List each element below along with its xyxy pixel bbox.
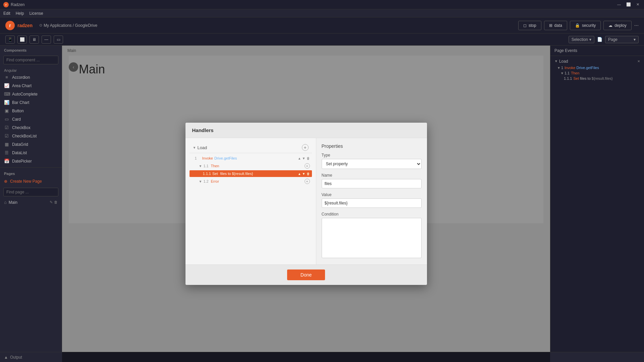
item1-1-arrow: ▼ [560, 71, 564, 75]
card-label: Card [12, 117, 21, 122]
security-icon: 🔒 [575, 23, 580, 28]
load-add-button[interactable]: + [302, 144, 309, 151]
window-controls[interactable]: — ⬜ ✕ [616, 2, 641, 7]
close-button[interactable]: ✕ [635, 2, 641, 7]
value-input[interactable] [322, 198, 422, 208]
row1-down-icon[interactable]: ▼ [302, 157, 306, 160]
component-card[interactable]: ▭ Card [0, 115, 62, 123]
row1-1-1-up-icon[interactable]: ▲ [298, 172, 301, 176]
security-button[interactable]: 🔒 security [570, 21, 601, 30]
autocomplete-icon: ⌨ [4, 92, 9, 97]
datagrid-icon: ▦ [4, 142, 9, 147]
handler-row-1-2[interactable]: ▼ 1.2 Error + [190, 177, 312, 185]
page-edit-icon[interactable]: ✎ [50, 200, 53, 204]
component-datalist[interactable]: ☰ DataList [0, 148, 62, 157]
datepicker-icon: 📅 [4, 159, 9, 164]
page-chevron-icon: ▾ [634, 37, 636, 42]
page-main-label: Main [9, 200, 17, 205]
component-button[interactable]: ▣ Button [0, 107, 62, 115]
horizontal-layout-button[interactable]: — [42, 36, 51, 44]
page-main-actions: ✎ 🗑 [50, 200, 58, 204]
brand-logo: r [5, 21, 15, 30]
component-accordion[interactable]: ≡ Accordion [0, 73, 62, 81]
component-datagrid[interactable]: ▦ DataGrid [0, 140, 62, 148]
component-checkbox[interactable]: ☑ CheckBox [0, 123, 62, 132]
data-icon: ⊞ [549, 23, 552, 28]
handler-row-1-1[interactable]: ▼ 1.1 Then + [190, 162, 312, 170]
maximize-button[interactable]: ⬜ [625, 2, 632, 7]
row1-1-1-delete-icon[interactable]: 🗑 [307, 172, 310, 176]
row1-1-1-keyword: Set [212, 172, 218, 176]
item1-1-1-num: 1.1.1 [564, 76, 572, 80]
component-bar-chart[interactable]: 📊 Bar Chart [0, 98, 62, 107]
data-button[interactable]: ⊞ data [544, 21, 567, 30]
load-section: ▼ Load × [550, 57, 644, 65]
right-panel: Page Events ▼ Load × ▼ 1 Invoke Drive.ge… [550, 46, 644, 362]
handler-row-1-1-1[interactable]: 1.1.1 Set files to ${result.files} ▲ ▼ 🗑 [190, 170, 312, 177]
type-select[interactable]: Set property Invoke Navigate If [322, 159, 422, 169]
stop-button[interactable]: ◻ stop [518, 21, 541, 30]
area-chart-label: Area Chart [12, 83, 32, 88]
page-item-main[interactable]: ⌂ Main ✎ 🗑 [0, 198, 62, 207]
titlebar: r Radzen — ⬜ ✕ [0, 0, 644, 9]
component-datepicker[interactable]: 📅 DatePicker [0, 157, 62, 165]
handlers-modal: Handlers ▼ Load + [185, 123, 427, 285]
row1-up-icon[interactable]: ▲ [298, 157, 301, 160]
page-dropdown[interactable]: Page ▾ [605, 36, 639, 43]
deploy-button[interactable]: ☁ deploy [603, 21, 631, 30]
page-home-icon: ⌂ [4, 200, 7, 205]
menu-edit[interactable]: Edit [3, 11, 10, 16]
page-delete-icon[interactable]: 🗑 [54, 200, 58, 204]
load-label: Load [197, 145, 207, 150]
name-input[interactable] [322, 179, 422, 188]
selection-dropdown[interactable]: Selection ▾ [569, 36, 594, 43]
row1-1-1-down-icon[interactable]: ▼ [302, 172, 306, 176]
search-component-input[interactable] [3, 56, 58, 64]
load-close-icon[interactable]: × [637, 59, 640, 64]
find-page-input[interactable] [3, 188, 58, 196]
modal-title: Handlers [192, 127, 214, 133]
row1-1-1-actions: ▲ ▼ 🗑 [298, 172, 310, 176]
condition-textarea[interactable] [322, 218, 422, 258]
datalist-label: DataList [12, 150, 27, 155]
component-area-chart[interactable]: 📈 Area Chart [0, 81, 62, 90]
condition-label: Condition [322, 212, 422, 217]
row1-delete-icon[interactable]: 🗑 [307, 157, 310, 160]
modal-body: ▼ Load + 1 Invoke Drive.getFiles [185, 138, 427, 264]
desktop-device-button[interactable]: 🖥 [30, 36, 39, 44]
sidebar: Components Angular ≡ Accordion 📈 Area Ch… [0, 46, 62, 362]
checkboxlist-label: CheckBoxList [12, 134, 37, 138]
bar-chart-icon: 📊 [4, 100, 9, 105]
pages-title: Pages [0, 170, 62, 176]
device-bar: 📱 ⬜ 🖥 — ▭ Selection ▾ 📄 Page ▾ [0, 34, 644, 46]
split-layout-button[interactable]: ▭ [54, 36, 63, 44]
more-button[interactable]: ··· [634, 22, 639, 28]
component-checkboxlist[interactable]: ☑ CheckBoxList [0, 132, 62, 140]
checkboxlist-icon: ☑ [4, 133, 9, 138]
tablet-device-button[interactable]: ⬜ [17, 36, 27, 44]
datepicker-label: DatePicker [12, 159, 32, 164]
output-arrow-icon: ▲ [4, 355, 8, 360]
row1-1-add-icon[interactable]: + [305, 163, 310, 169]
row1-keyword: Invoke [202, 156, 213, 160]
row1-2-add-icon[interactable]: + [305, 179, 310, 184]
component-autocomplete[interactable]: ⌨ AutoComplete [0, 90, 62, 98]
body-layout: Components Angular ≡ Accordion 📈 Area Ch… [0, 46, 644, 362]
item1-1-1-text: files to [580, 76, 591, 80]
menu-help[interactable]: Help [16, 11, 24, 16]
properties-title: Properties [322, 143, 422, 149]
accordion-icon: ≡ [4, 75, 9, 80]
type-label: Type [322, 153, 422, 158]
create-page-button[interactable]: ⊕ Create New Page [0, 176, 62, 186]
right-tree-item1: ▼ 1 Invoke Drive.getFiles [550, 65, 644, 70]
done-button[interactable]: Done [287, 269, 325, 280]
menu-license[interactable]: License [29, 11, 43, 16]
minimize-button[interactable]: — [616, 2, 622, 7]
load-collapse-arrow[interactable]: ▼ [193, 146, 196, 149]
handler-row-1[interactable]: 1 Invoke Drive.getFiles ▲ ▼ 🗑 [190, 155, 312, 162]
value-label: Value [322, 192, 422, 197]
accordion-label: Accordion [12, 75, 30, 80]
mobile-device-button[interactable]: 📱 [5, 36, 15, 44]
row1-2-num: 1.2 [203, 179, 209, 183]
nav-path[interactable]: My Applications / GoogleDrive [44, 23, 97, 28]
